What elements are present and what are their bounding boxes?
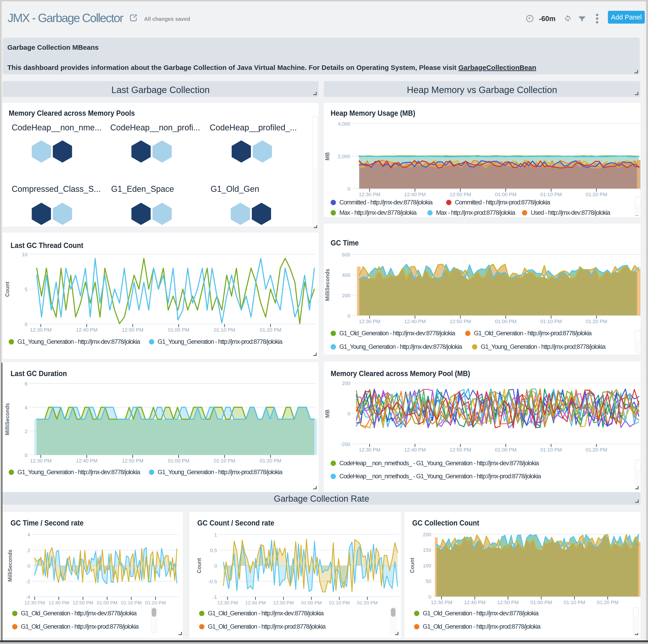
svg-text:01:10 PM: 01:10 PM bbox=[540, 319, 562, 324]
svg-text:01:20 PM: 01:20 PM bbox=[145, 600, 166, 605]
svg-text:50: 50 bbox=[426, 579, 431, 584]
svg-text:0: 0 bbox=[347, 411, 350, 417]
svg-text:400: 400 bbox=[342, 272, 350, 278]
svg-text:12:30 PM: 12:30 PM bbox=[30, 458, 52, 464]
svg-text:12:30 PM: 12:30 PM bbox=[24, 600, 45, 605]
svg-text:01:10 PM: 01:10 PM bbox=[214, 327, 235, 333]
svg-text:01:20 PM: 01:20 PM bbox=[586, 447, 607, 452]
svg-text:01:20 PM: 01:20 PM bbox=[260, 458, 281, 464]
svg-text:01:20 PM: 01:20 PM bbox=[586, 319, 607, 324]
svg-text:12:30 PM: 12:30 PM bbox=[359, 447, 380, 452]
svg-text:-4: -4 bbox=[26, 594, 30, 600]
svg-text:12:50 PM: 12:50 PM bbox=[122, 327, 144, 333]
svg-text:12:30 PM: 12:30 PM bbox=[359, 192, 380, 197]
svg-text:12:40 PM: 12:40 PM bbox=[49, 600, 69, 605]
svg-text:6: 6 bbox=[25, 381, 28, 387]
svg-text:-1: -1 bbox=[212, 594, 217, 600]
svg-text:12:40 PM: 12:40 PM bbox=[245, 600, 266, 605]
svg-text:Count: Count bbox=[196, 558, 202, 573]
svg-text:2: 2 bbox=[25, 429, 28, 434]
svg-text:12:40 PM: 12:40 PM bbox=[464, 599, 486, 605]
svg-text:100: 100 bbox=[423, 563, 431, 569]
svg-text:1: 1 bbox=[214, 532, 217, 538]
svg-text:01:00 PM: 01:00 PM bbox=[495, 447, 517, 452]
svg-text:10: 10 bbox=[22, 252, 28, 257]
svg-text:01:10 PM: 01:10 PM bbox=[121, 600, 142, 605]
svg-text:-2: -2 bbox=[26, 579, 30, 584]
svg-text:12:50 PM: 12:50 PM bbox=[122, 458, 144, 464]
svg-text:150: 150 bbox=[423, 547, 431, 553]
svg-text:200: 200 bbox=[342, 293, 350, 299]
svg-text:12:40 PM: 12:40 PM bbox=[76, 327, 97, 333]
svg-text:0: 0 bbox=[429, 594, 431, 600]
svg-text:0: 0 bbox=[214, 563, 217, 569]
svg-text:12:50 PM: 12:50 PM bbox=[449, 192, 471, 197]
svg-text:12:40 PM: 12:40 PM bbox=[76, 458, 97, 464]
svg-text:0: 0 bbox=[347, 313, 350, 319]
svg-text:Count: Count bbox=[409, 557, 415, 573]
svg-text:0: 0 bbox=[25, 452, 28, 458]
svg-text:01:00 PM: 01:00 PM bbox=[495, 192, 517, 197]
svg-text:12:40 PM: 12:40 PM bbox=[404, 192, 426, 197]
svg-text:MB: MB bbox=[324, 152, 330, 160]
svg-text:01:20 PM: 01:20 PM bbox=[597, 599, 618, 605]
svg-text:4,000: 4,000 bbox=[338, 121, 350, 127]
svg-text:01:10 PM: 01:10 PM bbox=[329, 600, 350, 605]
svg-text:0.5: 0.5 bbox=[210, 547, 217, 553]
svg-text:12:50 PM: 12:50 PM bbox=[449, 447, 471, 452]
svg-text:01:00 PM: 01:00 PM bbox=[168, 458, 189, 464]
svg-text:01:00 PM: 01:00 PM bbox=[531, 599, 552, 605]
svg-text:12:50 PM: 12:50 PM bbox=[497, 599, 519, 605]
svg-text:4: 4 bbox=[28, 532, 30, 538]
svg-text:12:50 PM: 12:50 PM bbox=[273, 600, 294, 605]
svg-text:2,000: 2,000 bbox=[338, 154, 350, 159]
svg-text:0: 0 bbox=[25, 322, 28, 327]
svg-text:01:00 PM: 01:00 PM bbox=[301, 600, 322, 605]
svg-text:12:50 PM: 12:50 PM bbox=[73, 600, 93, 605]
svg-text:12:30 PM: 12:30 PM bbox=[217, 600, 238, 605]
svg-text:200: 200 bbox=[423, 532, 431, 537]
svg-text:200: 200 bbox=[342, 380, 350, 386]
svg-text:12:50 PM: 12:50 PM bbox=[449, 319, 471, 324]
svg-text:MilliSeconds: MilliSeconds bbox=[4, 403, 10, 435]
svg-text:01:10 PM: 01:10 PM bbox=[540, 192, 562, 197]
svg-text:01:10 PM: 01:10 PM bbox=[214, 458, 235, 464]
svg-text:01:10 PM: 01:10 PM bbox=[564, 599, 585, 605]
svg-text:MilliSeconds: MilliSeconds bbox=[324, 269, 330, 301]
svg-text:Count: Count bbox=[4, 281, 10, 297]
svg-text:01:20 PM: 01:20 PM bbox=[357, 600, 378, 605]
svg-text:600: 600 bbox=[342, 252, 350, 258]
svg-text:4: 4 bbox=[25, 405, 28, 411]
svg-text:12:30 PM: 12:30 PM bbox=[431, 599, 452, 605]
svg-text:5: 5 bbox=[25, 286, 28, 292]
svg-text:0: 0 bbox=[28, 563, 30, 569]
svg-text:01:20 PM: 01:20 PM bbox=[586, 192, 607, 197]
svg-text:-200: -200 bbox=[340, 441, 350, 447]
svg-text:12:40 PM: 12:40 PM bbox=[404, 447, 426, 452]
svg-text:01:10 PM: 01:10 PM bbox=[540, 447, 562, 452]
svg-text:01:00 PM: 01:00 PM bbox=[168, 327, 189, 333]
svg-text:MilliSeconds: MilliSeconds bbox=[7, 549, 13, 582]
svg-text:MB: MB bbox=[324, 410, 330, 418]
svg-text:12:40 PM: 12:40 PM bbox=[404, 319, 426, 324]
svg-text:0: 0 bbox=[347, 186, 350, 192]
svg-text:01:00 PM: 01:00 PM bbox=[97, 600, 117, 605]
svg-text:01:00 PM: 01:00 PM bbox=[495, 319, 517, 324]
svg-text:-0.5: -0.5 bbox=[208, 579, 217, 584]
svg-text:2: 2 bbox=[28, 547, 30, 553]
svg-text:12:30 PM: 12:30 PM bbox=[359, 319, 380, 324]
svg-text:12:30 PM: 12:30 PM bbox=[30, 327, 52, 333]
svg-text:01:20 PM: 01:20 PM bbox=[260, 327, 281, 333]
